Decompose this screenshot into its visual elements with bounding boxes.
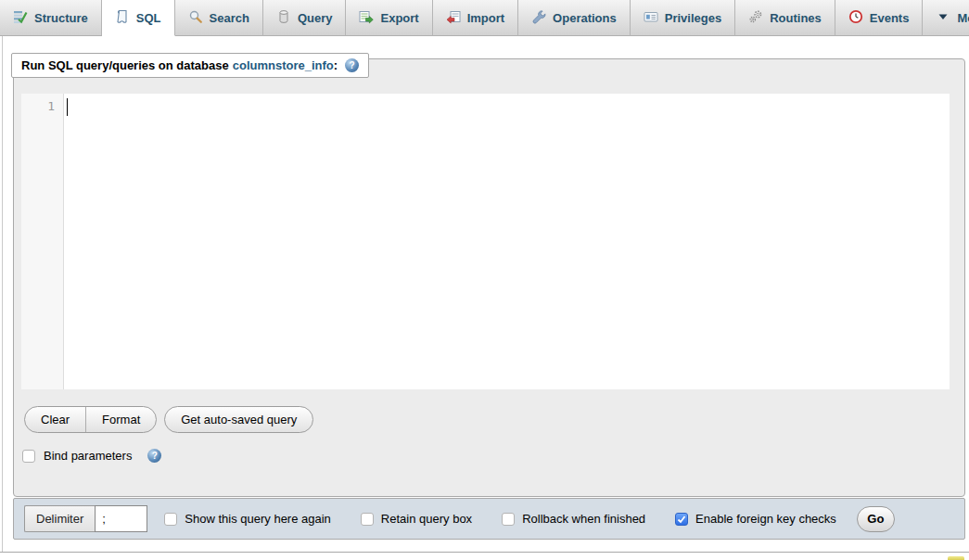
tab-label: Export	[380, 11, 418, 25]
query-icon	[276, 9, 291, 27]
foreign-key-checks-label[interactable]: Enable foreign key checks	[695, 512, 836, 526]
editor-buttons-row: Clear Format Get auto-saved query	[24, 406, 313, 433]
format-button[interactable]: Format	[85, 407, 156, 432]
query-panel-legend: Run SQL query/queries on database column…	[11, 53, 369, 78]
go-button[interactable]: Go	[857, 506, 895, 532]
get-auto-saved-query-button[interactable]: Get auto-saved query	[164, 406, 313, 433]
tab-import[interactable]: Import	[433, 0, 518, 36]
tab-label: Privileges	[665, 11, 721, 25]
tab-routines[interactable]: Routines	[735, 0, 835, 36]
show-query-again-checkbox[interactable]	[164, 513, 177, 526]
tab-label: Events	[870, 11, 910, 25]
tab-privileges[interactable]: Privileges	[631, 0, 735, 36]
database-link[interactable]: columnstore_info	[233, 58, 334, 72]
retain-query-box-label[interactable]: Retain query box	[381, 512, 472, 526]
show-query-again-label[interactable]: Show this query here again	[185, 512, 331, 526]
foreign-key-checks-checkbox[interactable]	[675, 513, 688, 526]
query-options-footer: Delimiter Show this query here again Ret…	[13, 498, 965, 540]
tab-sql[interactable]: SQL	[102, 0, 175, 36]
tab-label: Routines	[770, 11, 822, 25]
delimiter-input[interactable]	[95, 505, 147, 532]
phpmyadmin-sql-page: Structure SQL Search Query Export Import…	[0, 0, 969, 560]
check-icon	[677, 515, 686, 524]
bind-parameters-label[interactable]: Bind parameters	[44, 449, 132, 463]
sql-icon	[115, 9, 130, 27]
sql-editor-textarea[interactable]	[64, 94, 950, 389]
legend-text: Run SQL query/queries on database	[21, 58, 229, 72]
delimiter-label: Delimiter	[24, 505, 95, 532]
tab-label: Search	[210, 11, 249, 25]
line-number: 1	[47, 99, 55, 113]
events-icon	[848, 9, 863, 27]
operations-icon	[531, 9, 546, 27]
sql-editor: 1	[21, 94, 950, 389]
help-icon[interactable]	[345, 58, 359, 72]
legend-suffix: :	[334, 58, 338, 72]
tab-label: Query	[298, 11, 333, 25]
rollback-option[interactable]: Rollback when finished	[502, 512, 645, 526]
foreign-key-checks-option[interactable]: Enable foreign key checks	[675, 512, 836, 526]
tab-more[interactable]: More	[923, 0, 969, 36]
routines-icon	[748, 9, 763, 27]
text-cursor	[67, 98, 68, 116]
export-icon	[359, 9, 374, 27]
retain-query-box-checkbox[interactable]	[361, 513, 374, 526]
clear-button[interactable]: Clear	[25, 407, 85, 432]
tab-bar: Structure SQL Search Query Export Import…	[0, 0, 969, 36]
tab-search[interactable]: Search	[175, 0, 263, 36]
import-icon	[446, 9, 461, 27]
show-query-again-option[interactable]: Show this query here again	[164, 512, 331, 526]
retain-query-box-option[interactable]: Retain query box	[361, 512, 472, 526]
rollback-checkbox[interactable]	[502, 513, 515, 526]
tab-label: Import	[467, 11, 504, 25]
bind-parameters-row: Bind parameters	[22, 449, 161, 463]
tab-label: Structure	[34, 11, 88, 25]
tab-label: Operations	[553, 11, 617, 25]
rollback-label[interactable]: Rollback when finished	[522, 512, 645, 526]
tab-structure[interactable]: Structure	[0, 0, 102, 36]
tab-operations[interactable]: Operations	[518, 0, 631, 36]
privileges-icon	[644, 9, 658, 27]
bind-parameters-checkbox[interactable]	[22, 450, 35, 463]
tab-label: More	[957, 11, 969, 25]
section-divider	[0, 552, 969, 553]
cut-off-icon-fragment	[948, 556, 964, 560]
sql-query-fieldset: 1 Clear Format Get auto-saved query Bind…	[13, 58, 965, 497]
left-panel-divider	[2, 36, 3, 553]
help-icon[interactable]	[147, 449, 161, 463]
clear-format-button-group: Clear Format	[24, 406, 157, 433]
tab-query[interactable]: Query	[263, 0, 347, 36]
editor-line-number-gutter: 1	[21, 94, 64, 389]
tab-label: SQL	[136, 11, 161, 25]
structure-icon	[13, 9, 28, 27]
search-icon	[188, 9, 203, 27]
tab-export[interactable]: Export	[346, 0, 432, 36]
chevron-down-icon	[936, 9, 950, 27]
tab-events[interactable]: Events	[835, 0, 924, 36]
